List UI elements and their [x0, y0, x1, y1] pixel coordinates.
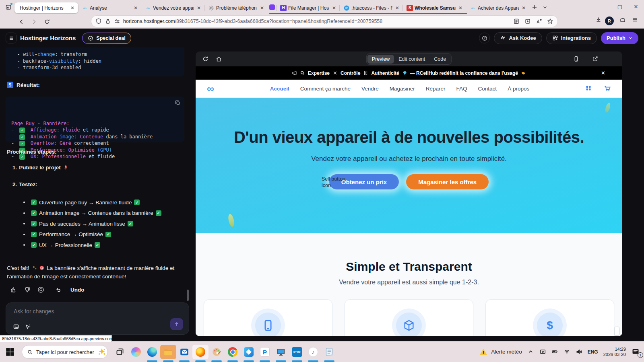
taskbar-app-notepad[interactable]	[321, 345, 337, 359]
open-external-icon[interactable]	[592, 56, 599, 62]
special-deal-badge[interactable]: Special deal	[82, 33, 131, 44]
site-scrollbar-thumb[interactable]	[614, 327, 619, 335]
minimize-button[interactable]: —	[596, 0, 612, 13]
tracking-shield-icon[interactable]	[95, 18, 102, 25]
tab-close-icon[interactable]: ✕	[196, 5, 202, 11]
nav-link-à-propos[interactable]: À propos	[508, 86, 529, 92]
url-bar[interactable]: horizons.hostinger.com/89b31675-18dc-43f…	[91, 16, 557, 27]
tab-close-icon[interactable]: ✕	[331, 5, 337, 11]
preview-tab-edit-content[interactable]: Edit content	[394, 55, 429, 64]
nav-link-contact[interactable]: Contact	[478, 86, 497, 92]
refresh-icon[interactable]	[202, 56, 209, 62]
wifi-icon[interactable]	[564, 348, 570, 355]
lock-icon[interactable]	[105, 18, 111, 25]
firefox-view-button[interactable]	[2, 2, 14, 12]
nav-link-vendre[interactable]: Vendre	[361, 86, 379, 92]
undo-button[interactable]: Undo	[55, 287, 85, 293]
tab-close-icon[interactable]: ✕	[259, 5, 265, 11]
integrations-button[interactable]: Integrations	[546, 32, 597, 44]
taskbar-app-paint[interactable]	[208, 345, 225, 359]
browser-tab-1[interactable]: Hostinger | Horizons✕	[14, 2, 78, 13]
browser-tab-6[interactable]: .htaccess - Files - File Brow✕	[340, 2, 403, 13]
hidden-icons-chevron[interactable]	[527, 348, 534, 355]
taskbar-app-explorer[interactable]	[160, 345, 176, 359]
menu-button[interactable]	[6, 33, 17, 43]
home-icon[interactable]	[215, 56, 222, 62]
taskbar-search[interactable]: Taper ici pour rechercher	[22, 345, 108, 359]
browser-tab-3[interactable]: ∞Vendez votre appareil | RC✕	[141, 2, 204, 13]
thumbs-up-icon[interactable]	[10, 286, 17, 293]
taskbar-app-photos[interactable]	[241, 345, 257, 359]
taskbar-app-dymo[interactable]: DYMO	[289, 345, 305, 359]
save-page-icon[interactable]	[524, 18, 531, 25]
reader-mode-icon[interactable]	[513, 18, 520, 25]
url-text[interactable]: horizons.hostinger.com/89b31675-18dc-43f…	[123, 19, 508, 24]
magic-select-icon[interactable]	[25, 323, 31, 330]
app-menu-button[interactable]	[632, 16, 638, 23]
close-button[interactable]: ✕	[628, 0, 644, 13]
browser-tab-7[interactable]: SWholesale Samsung S24 P✕	[403, 2, 466, 13]
preview-tab-code[interactable]: Code	[429, 55, 450, 64]
publish-button[interactable]: Publish	[601, 32, 638, 44]
mobile-view-icon[interactable]	[573, 56, 580, 62]
taskbar-app-powertoys[interactable]: P	[257, 345, 273, 359]
forward-button[interactable]	[29, 16, 39, 27]
notification-center[interactable]: 1	[631, 348, 641, 356]
shop-offers-button[interactable]: Magasiner les offres	[406, 174, 489, 189]
start-button[interactable]	[5, 347, 15, 357]
taskbar-app-firefox[interactable]	[192, 345, 208, 359]
browser-tab-2[interactable]: ∞Analyse✕	[78, 2, 141, 13]
list-all-tabs-button[interactable]	[540, 2, 550, 12]
browser-tab-8[interactable]: ∞Acheter des Appareils Cert✕	[466, 2, 529, 13]
site-logo[interactable]: ∞	[207, 84, 214, 94]
banner-close-icon[interactable]: ✕	[601, 70, 605, 76]
taskbar-app-chrome[interactable]	[225, 345, 241, 359]
tab-close-icon[interactable]: ✕	[394, 5, 400, 11]
nav-link-faq[interactable]: FAQ	[456, 86, 467, 92]
downloads-button[interactable]	[595, 16, 602, 23]
translate-icon[interactable]	[536, 18, 542, 25]
nav-link-réparer[interactable]: Réparer	[426, 86, 446, 92]
tab-group-chip[interactable]	[269, 4, 275, 10]
profile-avatar[interactable]: R	[605, 16, 614, 25]
extensions-puzzle-icon[interactable]	[619, 16, 626, 23]
send-button[interactable]	[170, 318, 183, 330]
taskbar-app-edge[interactable]	[144, 345, 160, 359]
taskbar-app-itunes[interactable]: ♪	[305, 345, 321, 359]
tab-close-icon[interactable]: ✕	[69, 5, 76, 11]
attach-image-icon[interactable]	[13, 323, 19, 330]
back-button[interactable]	[16, 16, 27, 27]
help-button[interactable]	[479, 33, 490, 43]
copy-icon[interactable]	[175, 100, 181, 106]
taskbar-app-taskview[interactable]	[112, 345, 128, 359]
volume-icon[interactable]	[576, 348, 582, 355]
thumbs-down-icon[interactable]	[24, 286, 31, 293]
reload-button[interactable]	[42, 16, 52, 27]
browser-tab-4[interactable]: Problème téléphone non e✕	[204, 2, 268, 13]
browser-tab-5[interactable]: HFile Manager | Hostinger✕	[277, 2, 340, 13]
cast-screen-icon[interactable]	[539, 348, 546, 355]
chat-input[interactable]: Ask for changes	[6, 302, 189, 335]
nav-link-comment-ça-marche[interactable]: Comment ça marche	[300, 86, 351, 92]
tab-close-icon[interactable]: ✕	[132, 5, 139, 11]
ask-kodee-button[interactable]: Ask Kodee	[494, 32, 542, 44]
tab-close-icon[interactable]: ✕	[457, 5, 464, 11]
language-indicator[interactable]: ENG	[588, 349, 598, 355]
apps-grid-icon[interactable]	[585, 85, 592, 91]
bookmark-star-icon[interactable]	[547, 18, 553, 25]
taskbar-app-display[interactable]	[273, 345, 289, 359]
chat-scrollbar[interactable]	[187, 290, 189, 301]
fullscreen-icon[interactable]	[611, 56, 617, 62]
tab-close-icon[interactable]: ✕	[520, 5, 527, 11]
weather-widget[interactable]: Alerte météo	[479, 348, 522, 356]
maximize-button[interactable]: ▢	[612, 0, 628, 13]
cart-icon[interactable]	[604, 85, 611, 92]
regenerate-icon[interactable]	[37, 286, 44, 293]
new-tab-button[interactable]	[529, 2, 540, 12]
nav-link-magasiner[interactable]: Magasiner	[390, 86, 415, 92]
nav-link-accueil[interactable]: Accueil	[270, 86, 289, 92]
taskbar-app-copilot[interactable]	[128, 345, 144, 359]
permissions-icon[interactable]	[114, 18, 120, 25]
battery-icon[interactable]	[551, 348, 558, 355]
preview-tab-preview[interactable]: Preview	[367, 55, 394, 64]
